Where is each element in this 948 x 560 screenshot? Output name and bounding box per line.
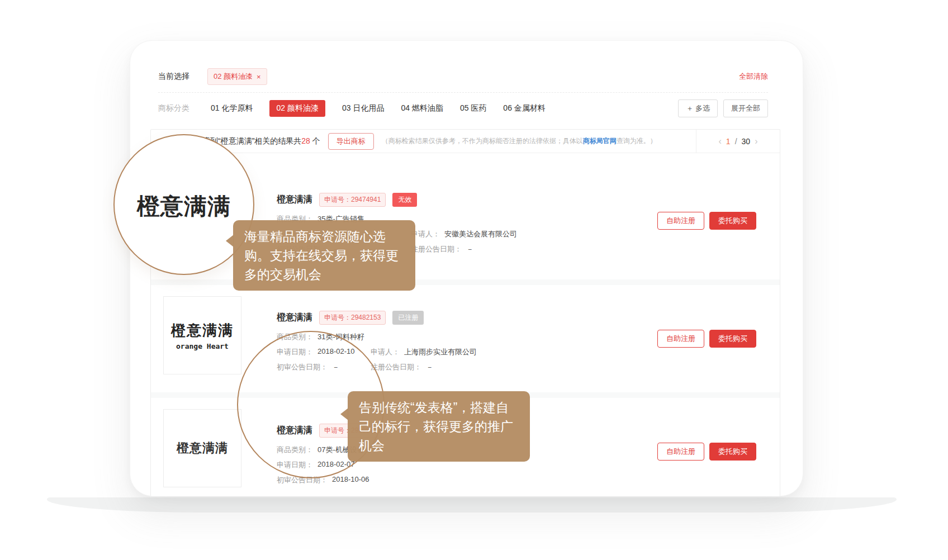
field-value: － bbox=[466, 244, 473, 254]
results-header: 当前分类检索到“橙意满满”相关的结果共28 个 导出商标 （商标检索结果仅供参考… bbox=[151, 130, 780, 153]
category-item-02-active[interactable]: 02 颜料油漆 bbox=[269, 100, 325, 117]
field-value: 2018-10-06 bbox=[332, 475, 369, 485]
entrust-purchase-button[interactable]: 委托购买 bbox=[709, 330, 756, 348]
entrust-purchase-button[interactable]: 委托购买 bbox=[709, 443, 756, 461]
trademark-image-subtext: orange Heart bbox=[176, 342, 229, 350]
category-actions: ＋ 多选 展开全部 bbox=[678, 99, 768, 117]
disclaimer-prefix: （商标检索结果仅供参考，不作为商标能否注册的法律依据；具体以 bbox=[382, 137, 583, 145]
expand-all-button[interactable]: 展开全部 bbox=[723, 99, 768, 117]
row-actions: 自助注册 委托购买 bbox=[657, 330, 756, 348]
trademark-name[interactable]: 橙意满满 bbox=[277, 194, 312, 206]
tooltip-arrow-icon bbox=[340, 408, 348, 420]
pagination-total: 30 bbox=[742, 137, 751, 146]
field-label: 申请人： bbox=[371, 347, 400, 357]
status-badge: 已注册 bbox=[392, 311, 424, 325]
category-bar: 商标分类 01 化学原料 02 颜料油漆 03 日化用品 04 燃料油脂 05 … bbox=[158, 99, 768, 118]
category-item-05[interactable]: 05 医药 bbox=[460, 103, 486, 113]
status-badge: 无效 bbox=[392, 193, 417, 207]
close-icon[interactable]: × bbox=[257, 73, 261, 81]
divider bbox=[158, 92, 768, 93]
field-label: 注册公告日期： bbox=[411, 244, 462, 254]
application-number-value: 29482153 bbox=[351, 314, 381, 321]
field-value: － bbox=[426, 362, 433, 372]
export-trademark-button[interactable]: 导出商标 bbox=[328, 133, 374, 150]
background-swoosh bbox=[47, 497, 897, 512]
tooltip-text: 告别传统“发表格”，搭建自己的标行，获得更多的推广机会 bbox=[359, 400, 513, 453]
pagination-separator: / bbox=[735, 137, 737, 146]
pagination-current: 1 bbox=[726, 137, 731, 146]
application-number-value: 29474941 bbox=[351, 196, 381, 203]
selected-category-tag[interactable]: 02 颜料油漆 × bbox=[207, 68, 267, 85]
tooltip-arrow-icon bbox=[226, 235, 234, 247]
page: 当前选择 02 颜料油漆 × 全部清除 商标分类 01 化学原料 02 颜料油漆… bbox=[0, 0, 948, 560]
trademark-office-link[interactable]: 商标局官网 bbox=[583, 137, 617, 145]
tooltip-marketplace: 海量精品商标资源随心选购。支持在线交易，获得更多的交易机会 bbox=[233, 220, 415, 291]
results-disclaimer: （商标检索结果仅供参考，不作为商标能否注册的法律依据；具体以商标局官网查询为准。… bbox=[382, 136, 657, 146]
chevron-right-icon[interactable]: › bbox=[755, 136, 757, 146]
application-number-label: 申请号： bbox=[324, 314, 351, 321]
category-item-06[interactable]: 06 金属材料 bbox=[503, 103, 545, 113]
field-label: 注册公告日期： bbox=[371, 362, 421, 372]
results-count: 28 bbox=[301, 136, 310, 145]
multi-select-button[interactable]: ＋ 多选 bbox=[678, 99, 718, 117]
self-register-button[interactable]: 自助注册 bbox=[657, 330, 704, 348]
tooltip-promotion: 告别传统“发表格”，搭建自己的标行，获得更多的推广机会 bbox=[348, 391, 530, 462]
disclaimer-suffix: 查询为准。） bbox=[617, 137, 657, 145]
trademark-name[interactable]: 橙意满满 bbox=[277, 312, 312, 324]
self-register-button[interactable]: 自助注册 bbox=[657, 443, 704, 461]
field-value: 上海雨步实业有限公司 bbox=[404, 347, 477, 357]
self-register-button[interactable]: 自助注册 bbox=[657, 212, 704, 230]
row-actions: 自助注册 委托购买 bbox=[657, 212, 756, 230]
field-value: 安徽美达会展有限公司 bbox=[444, 229, 517, 239]
pagination: ‹ 1 / 30 › bbox=[696, 130, 780, 153]
application-number-label: 申请号： bbox=[324, 196, 351, 203]
current-selection-bar: 当前选择 02 颜料油漆 × 全部清除 bbox=[158, 68, 768, 86]
current-selection-label: 当前选择 bbox=[158, 72, 189, 82]
tooltip-text: 海量精品商标资源随心选购。支持在线交易，获得更多的交易机会 bbox=[244, 229, 399, 282]
trademark-image-text: 橙意满满 bbox=[177, 440, 228, 457]
category-item-01[interactable]: 01 化学原料 bbox=[211, 103, 253, 113]
category-item-04[interactable]: 04 燃料油脂 bbox=[401, 103, 443, 113]
category-bar-label: 商标分类 bbox=[158, 103, 189, 113]
trademark-image: 橙意满满 bbox=[163, 409, 241, 487]
category-list: 01 化学原料 02 颜料油漆 03 日化用品 04 燃料油脂 05 医药 06… bbox=[211, 100, 546, 117]
application-number-tag: 申请号：29482153 bbox=[319, 311, 386, 325]
clear-all-link[interactable]: 全部清除 bbox=[739, 72, 768, 82]
application-number-tag: 申请号：29474941 bbox=[319, 193, 386, 207]
results-count-suffix: 个 bbox=[310, 136, 320, 145]
row-actions: 自助注册 委托购买 bbox=[657, 443, 756, 461]
chevron-left-icon[interactable]: ‹ bbox=[719, 136, 722, 146]
row-title-line: 橙意满满 申请号：29482153 已注册 bbox=[277, 311, 424, 325]
trademark-image: 橙意满满 orange Heart bbox=[163, 296, 241, 374]
row-title-line: 橙意满满 申请号：29474941 无效 bbox=[277, 193, 417, 207]
trademark-image-text: 橙意满满 bbox=[171, 321, 234, 340]
category-item-03[interactable]: 03 日化用品 bbox=[342, 103, 384, 113]
selected-category-tag-text: 02 颜料油漆 bbox=[214, 72, 253, 82]
entrust-purchase-button[interactable]: 委托购买 bbox=[709, 212, 756, 230]
magnified-trademark-text: 橙意满满 bbox=[137, 191, 231, 222]
